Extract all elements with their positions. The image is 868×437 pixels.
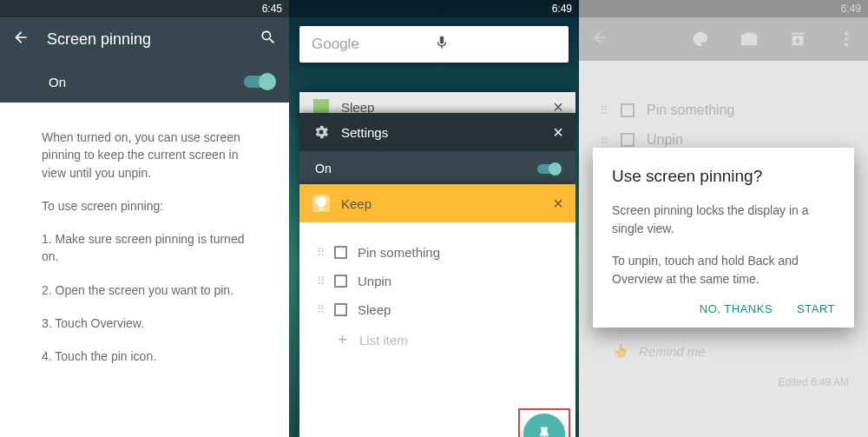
- card-title: Sleep: [341, 100, 374, 115]
- dialog-para: To unpin, touch and hold Back and Overvi…: [612, 252, 835, 288]
- dialog-title: Use screen pinning?: [612, 167, 835, 186]
- keep-with-dialog: 6:49 ⠿ Pin something ⠿ Unpin 👆 Remind me…: [579, 0, 868, 437]
- recents-stack: Sleep × Settings × On Keep ×: [289, 71, 579, 436]
- status-time: 6:45: [262, 3, 282, 15]
- checkbox-icon: [334, 246, 347, 259]
- no-thanks-button[interactable]: NO, THANKS: [700, 302, 773, 315]
- settings-screen-pinning: 6:45 Screen pinning On When turned on, y…: [0, 0, 289, 437]
- settings-preview-row: On: [299, 151, 575, 186]
- plus-icon: +: [336, 331, 349, 349]
- recents-card-settings[interactable]: Settings × On: [299, 113, 575, 186]
- card-title: Keep: [341, 196, 372, 211]
- google-search-box[interactable]: Google: [299, 26, 569, 63]
- toggle-label: On: [49, 75, 66, 89]
- recents-overview: 6:49 Google Sleep × Settings × On: [289, 0, 579, 437]
- drag-handle-icon: ⠿: [317, 246, 324, 259]
- toggle-row[interactable]: On: [0, 61, 289, 103]
- status-time: 6:49: [552, 3, 572, 15]
- checkbox-icon: [334, 303, 347, 316]
- checkbox-icon: [334, 275, 347, 288]
- item-label: Sleep: [358, 302, 391, 317]
- item-label: Unpin: [358, 274, 391, 288]
- card-title: Settings: [341, 125, 388, 140]
- status-bar: 6:49: [289, 0, 579, 17]
- desc-para: 1. Make sure screen pinning is turned on…: [42, 230, 251, 266]
- close-icon[interactable]: ×: [553, 122, 563, 142]
- dialog-body: Screen pinning locks the display in a si…: [612, 202, 835, 288]
- mic-icon[interactable]: [434, 35, 556, 55]
- dialog-actions: NO, THANKS START: [612, 302, 835, 315]
- dialog-para: Screen pinning locks the display in a si…: [612, 202, 835, 238]
- desc-para: When turned on, you can use screen pinni…: [42, 129, 251, 182]
- app-bar: Screen pinning: [0, 17, 289, 61]
- search-placeholder: Google: [312, 36, 434, 53]
- pin-icon: [536, 426, 553, 437]
- description-body: When turned on, you can use screen pinni…: [0, 103, 289, 366]
- status-bar: 6:45: [0, 0, 289, 17]
- keep-preview-body: ⠿ Pin something ⠿ Unpin ⠿ Sleep +: [299, 222, 575, 437]
- add-item-row: + List item: [313, 324, 562, 356]
- switch-on-icon[interactable]: [244, 76, 273, 88]
- desc-para: 4. Touch the pin icon.: [42, 348, 251, 365]
- recents-card-keep[interactable]: Keep × ⠿ Pin something ⠿ Unpin ⠿: [299, 184, 575, 436]
- add-placeholder: List item: [359, 333, 408, 348]
- drag-handle-icon: ⠿: [317, 303, 324, 316]
- list-item: ⠿ Unpin: [313, 267, 562, 295]
- start-button[interactable]: START: [797, 302, 835, 315]
- desc-para: 2. Open the screen you want to pin.: [42, 281, 251, 299]
- switch-on-icon: [537, 164, 560, 174]
- list-item: ⠿ Pin something: [313, 238, 562, 267]
- page-title: Screen pinning: [47, 30, 242, 49]
- desc-para: 3. Touch Overview.: [42, 315, 251, 332]
- drag-handle-icon: ⠿: [317, 275, 324, 288]
- close-icon[interactable]: ×: [553, 194, 563, 214]
- desc-para: To use screen pinning:: [42, 197, 251, 215]
- back-icon[interactable]: [12, 29, 30, 50]
- pin-fab-highlight: [518, 408, 570, 437]
- screen-pinning-dialog: Use screen pinning? Screen pinning locks…: [593, 148, 854, 328]
- settings-preview-label: On: [315, 162, 332, 175]
- pin-button[interactable]: [523, 414, 565, 437]
- gear-icon: [312, 122, 331, 142]
- list-item: ⠿ Sleep: [313, 295, 562, 324]
- keep-icon: [312, 194, 331, 213]
- item-label: Pin something: [358, 245, 440, 260]
- search-icon[interactable]: [260, 29, 277, 50]
